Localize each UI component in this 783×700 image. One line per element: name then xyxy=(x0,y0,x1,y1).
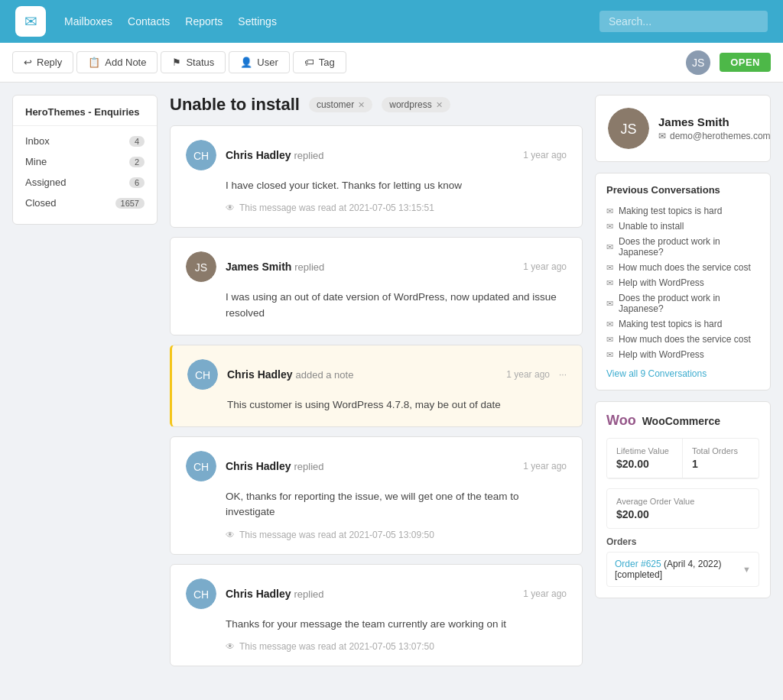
mail-icon-8: ✉ xyxy=(606,335,613,345)
mine-count: 2 xyxy=(129,157,145,167)
contact-card: JS James Smith ✉ demo@herothemes.com xyxy=(595,95,771,162)
prev-conv-item-6[interactable]: ✉ Does the product work in Japanese? xyxy=(606,290,759,316)
msg-3-meta: Chris Hadley added a note xyxy=(227,368,497,381)
prev-conv-item-2[interactable]: ✉ Unable to install xyxy=(606,219,759,234)
order-link[interactable]: Order #625 xyxy=(615,559,661,569)
flag-icon: ⚑ xyxy=(172,57,181,68)
tag-customer-remove[interactable]: ✕ xyxy=(358,100,365,110)
msg-2-meta: James Smith replied xyxy=(226,261,514,273)
conversation-area: Unable to install customer ✕ wordpress ✕… xyxy=(170,95,583,676)
msg-1-avatar: CH xyxy=(186,140,216,170)
prev-conversations-title: Previous Conversations xyxy=(606,184,759,196)
add-note-button[interactable]: 📋 Add Note xyxy=(76,51,158,73)
email-icon: ✉ xyxy=(658,131,666,141)
user-button[interactable]: 👤 User xyxy=(229,51,289,73)
prev-conv-item-7[interactable]: ✉ Making test topics is hard xyxy=(606,316,759,332)
reply-button[interactable]: ↩ Reply xyxy=(12,51,73,73)
order-status: [completed] xyxy=(615,569,662,580)
eye-icon-4: 👁 xyxy=(226,530,235,540)
prev-conv-item-1[interactable]: ✉ Making test topics is hard xyxy=(606,203,759,219)
message-5: CH Chris Hadley replied 1 year ago Thank… xyxy=(170,564,583,666)
svg-text:CH: CH xyxy=(195,369,210,381)
mail-icon-3: ✉ xyxy=(606,242,613,252)
contact-avatar: JS xyxy=(608,108,649,149)
toolbar: ↩ Reply 📋 Add Note ⚑ Status 👤 User 🏷 Tag… xyxy=(0,43,783,83)
woo-stats: Lifetime Value $20.00 Total Orders 1 xyxy=(606,438,759,479)
nav-settings[interactable]: Settings xyxy=(238,15,277,28)
woo-total-orders: Total Orders 1 xyxy=(683,439,759,478)
sidebar-item-assigned[interactable]: Assigned 6 xyxy=(13,172,157,193)
message-3-note: CH Chris Hadley added a note 1 year ago … xyxy=(170,345,583,427)
reply-icon: ↩ xyxy=(24,57,32,68)
prev-conv-item-9[interactable]: ✉ Help with WordPress xyxy=(606,347,759,362)
sidebar-item-mine[interactable]: Mine 2 xyxy=(13,151,157,172)
msg-1-body: I have closed your ticket. Thanks for le… xyxy=(186,178,567,193)
user-icon: 👤 xyxy=(240,57,252,68)
msg-5-body: Thanks for your message the team current… xyxy=(186,617,567,632)
prev-conv-item-8[interactable]: ✉ How much does the service cost xyxy=(606,332,759,347)
woocommerce-box: Woo WooCommerce Lifetime Value $20.00 To… xyxy=(595,401,771,598)
mine-label: Mine xyxy=(25,156,47,167)
sidebar-item-closed[interactable]: Closed 1657 xyxy=(13,193,157,213)
msg-1-header: CH Chris Hadley replied 1 year ago xyxy=(186,140,567,170)
nav-mailboxes[interactable]: Mailboxes xyxy=(64,15,112,28)
app-logo: ✉ xyxy=(15,6,46,37)
sidebar: HeroThemes - Enquiries Inbox 4 Mine 2 As… xyxy=(12,95,158,676)
msg-4-header: CH Chris Hadley replied 1 year ago xyxy=(186,451,567,481)
nav-reports[interactable]: Reports xyxy=(185,15,223,28)
right-panel: JS James Smith ✉ demo@herothemes.com Pre… xyxy=(595,95,771,676)
msg-5-avatar: CH xyxy=(186,578,216,609)
inbox-count: 4 xyxy=(129,136,145,147)
top-nav: ✉ Mailboxes Contacts Reports Settings xyxy=(0,0,783,43)
prev-conversations-box: Previous Conversations ✉ Making test top… xyxy=(595,173,771,391)
closed-label: Closed xyxy=(25,197,56,209)
note-icon: 📋 xyxy=(88,57,100,68)
assigned-count: 6 xyxy=(129,177,145,188)
message-4: CH Chris Hadley replied 1 year ago OK, t… xyxy=(170,436,583,555)
woo-avg-order: Average Order Value $20.00 xyxy=(606,488,759,529)
nav-links: Mailboxes Contacts Reports Settings xyxy=(64,15,277,28)
svg-text:CH: CH xyxy=(193,588,209,601)
nav-contacts[interactable]: Contacts xyxy=(128,15,170,28)
msg-4-body: OK, thanks for reporting the issue, we w… xyxy=(186,489,567,520)
msg-5-meta: Chris Hadley replied xyxy=(226,588,514,600)
prev-conv-item-5[interactable]: ✉ Help with WordPress xyxy=(606,275,759,290)
msg-4-avatar: CH xyxy=(186,451,216,481)
msg-3-more[interactable]: ··· xyxy=(559,369,567,380)
msg-5-action: replied xyxy=(294,588,323,600)
msg-4-action: replied xyxy=(294,461,323,472)
woo-title: WooCommerce xyxy=(642,415,720,427)
msg-2-header: JS James Smith replied 1 year ago xyxy=(186,251,567,282)
order-row: Order #625 (April 4, 2022) [completed] ▼ xyxy=(606,552,759,587)
tag-icon: 🏷 xyxy=(304,57,314,68)
woo-lifetime-value: Lifetime Value $20.00 xyxy=(607,439,683,478)
mail-icon-4: ✉ xyxy=(606,263,613,273)
conv-header: Unable to install customer ✕ wordpress ✕ xyxy=(170,95,583,115)
mail-icon-1: ✉ xyxy=(606,206,613,216)
open-badge: OPEN xyxy=(720,53,771,72)
mail-icon-7: ✉ xyxy=(606,319,613,329)
msg-5-header: CH Chris Hadley replied 1 year ago xyxy=(186,578,567,609)
prev-conv-item-4[interactable]: ✉ How much does the service cost xyxy=(606,260,759,275)
msg-3-avatar: CH xyxy=(187,359,218,390)
status-button[interactable]: ⚑ Status xyxy=(161,51,226,73)
msg-2-body: I was using an out of date version of Wo… xyxy=(186,290,567,321)
search-input[interactable] xyxy=(599,11,768,32)
mail-icon-5: ✉ xyxy=(606,278,613,288)
msg-3-header: CH Chris Hadley added a note 1 year ago … xyxy=(187,359,567,390)
prev-conv-item-3[interactable]: ✉ Does the product work in Japanese? xyxy=(606,234,759,260)
chevron-down-icon[interactable]: ▼ xyxy=(742,565,751,574)
msg-3-action: added a note xyxy=(295,369,353,381)
msg-1-action: replied xyxy=(294,150,323,161)
contact-name: James Smith xyxy=(658,115,771,128)
sidebar-item-inbox[interactable]: Inbox 4 xyxy=(13,131,157,151)
tag-button[interactable]: 🏷 Tag xyxy=(293,51,346,73)
msg-5-read: 👁 This message was read at 2021-07-05 13… xyxy=(186,641,567,652)
tag-wordpress: wordpress ✕ xyxy=(382,97,450,112)
view-all-conversations[interactable]: View all 9 Conversations xyxy=(606,368,759,379)
tag-wordpress-remove[interactable]: ✕ xyxy=(436,100,443,110)
woo-header: Woo WooCommerce xyxy=(606,413,759,429)
message-1: CH Chris Hadley replied 1 year ago I hav… xyxy=(170,125,583,228)
order-date: (April 4, 2022) xyxy=(664,559,721,569)
woo-logo: Woo xyxy=(606,413,636,429)
